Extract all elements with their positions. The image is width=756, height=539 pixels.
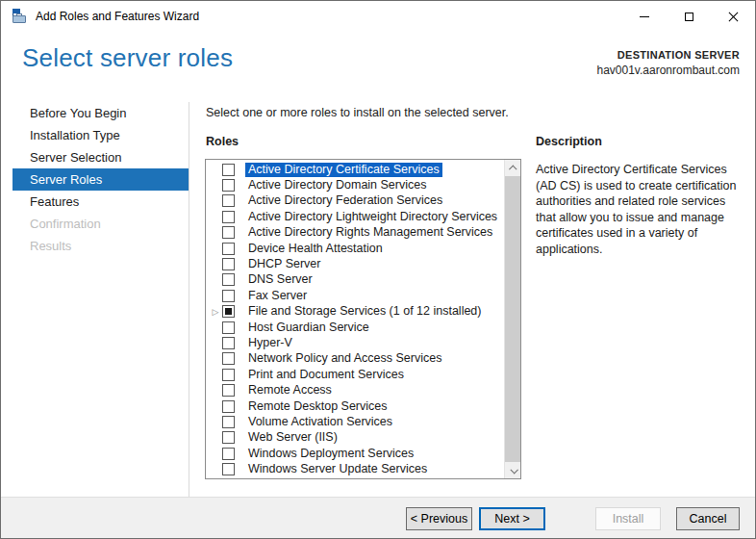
role-label[interactable]: Network Policy and Access Services — [245, 351, 444, 366]
role-row[interactable]: ▷Windows Deployment Services — [206, 446, 504, 461]
role-row[interactable]: ▷Active Directory Certificate Services — [206, 162, 504, 177]
role-label[interactable]: DHCP Server — [245, 257, 323, 271]
chevron-up-icon — [509, 165, 517, 172]
role-label[interactable]: Device Health Attestation — [245, 242, 386, 256]
role-label[interactable]: Active Directory Lightweight Directory S… — [245, 210, 500, 224]
previous-button[interactable]: < Previous — [406, 507, 472, 530]
role-checkbox[interactable] — [222, 400, 235, 413]
destination-server-label: DESTINATION SERVER — [596, 49, 740, 61]
role-row[interactable]: ▷DHCP Server — [206, 256, 504, 271]
role-row[interactable]: ▷Active Directory Federation Services — [206, 193, 504, 209]
role-row[interactable]: ▷Active Directory Domain Services — [206, 177, 504, 192]
roles-listbox[interactable]: ▷Active Directory Certificate Services▷A… — [205, 159, 521, 479]
role-label[interactable]: Windows Deployment Services — [245, 447, 416, 461]
role-label[interactable]: Active Directory Certificate Services — [245, 163, 442, 177]
minimize-icon — [640, 16, 649, 17]
expand-arrow-icon[interactable]: ▷ — [211, 307, 220, 317]
sidebar-item-confirmation: Confirmation — [1, 213, 189, 235]
role-row[interactable]: ▷Active Directory Lightweight Directory … — [206, 209, 504, 224]
role-label[interactable]: Print and Document Services — [245, 368, 407, 382]
role-checkbox[interactable] — [222, 273, 235, 286]
role-row[interactable]: ▷Host Guardian Service — [206, 320, 504, 335]
description-title: Description — [536, 135, 602, 148]
footer-bar: < Previous Next > Install Cancel — [1, 497, 755, 538]
role-row[interactable]: ▷Windows Server Update Services — [206, 461, 504, 476]
role-label[interactable]: Volume Activation Services — [245, 415, 395, 429]
role-checkbox[interactable] — [222, 352, 235, 365]
page-title: Select server roles — [22, 43, 233, 73]
description-text: Active Directory Certificate Services (A… — [536, 162, 743, 257]
minimize-button[interactable] — [622, 1, 667, 32]
wizard-steps-sidebar: Before You BeginInstallation TypeServer … — [1, 102, 189, 497]
role-checkbox[interactable] — [222, 431, 235, 444]
sidebar-item-server-selection[interactable]: Server Selection — [1, 146, 189, 168]
close-icon — [728, 12, 739, 22]
role-checkbox[interactable] — [222, 305, 235, 318]
role-label[interactable]: Active Directory Rights Management Servi… — [245, 225, 495, 240]
scrollbar-thumb[interactable] — [505, 176, 521, 462]
role-label[interactable]: Remote Access — [245, 383, 335, 398]
window-controls — [622, 1, 755, 32]
role-label[interactable]: DNS Server — [245, 272, 315, 287]
role-label[interactable]: Active Directory Domain Services — [245, 178, 429, 192]
role-row[interactable]: ▷Network Policy and Access Services — [206, 351, 504, 367]
role-checkbox[interactable] — [222, 164, 235, 176]
role-checkbox[interactable] — [222, 290, 235, 302]
role-label[interactable]: Fax Server — [245, 289, 310, 303]
role-row[interactable]: ▷File and Storage Services (1 of 12 inst… — [206, 304, 504, 320]
role-row[interactable]: ▷Print and Document Services — [206, 367, 504, 382]
install-button: Install — [595, 507, 661, 530]
window-title: Add Roles and Features Wizard — [36, 10, 199, 23]
role-checkbox[interactable] — [222, 179, 235, 192]
role-row[interactable]: ▷Remote Access — [206, 382, 504, 398]
role-label[interactable]: Host Guardian Service — [245, 321, 372, 335]
add-roles-wizard-icon — [12, 9, 27, 24]
destination-server-name: hav001v.aaronrombaut.com — [596, 64, 740, 77]
sidebar-item-server-roles[interactable]: Server Roles — [13, 168, 189, 191]
wizard-window: Add Roles and Features Wizard Select ser… — [0, 0, 756, 539]
role-checkbox[interactable] — [222, 243, 235, 255]
role-checkbox[interactable] — [222, 194, 235, 207]
role-checkbox[interactable] — [222, 416, 235, 428]
sidebar-item-results: Results — [1, 235, 189, 257]
chevron-down-icon — [510, 466, 517, 474]
cancel-button[interactable]: Cancel — [676, 507, 740, 530]
role-checkbox[interactable] — [222, 463, 235, 475]
role-row[interactable]: ▷Remote Desktop Services — [206, 398, 504, 414]
role-label[interactable]: Remote Desktop Services — [245, 399, 391, 414]
role-checkbox[interactable] — [222, 226, 235, 239]
roles-list-label: Roles — [206, 135, 239, 148]
role-checkbox[interactable] — [222, 258, 235, 270]
roles-scrollbar[interactable] — [504, 160, 520, 478]
maximize-icon — [685, 13, 693, 21]
role-label[interactable]: Windows Server Update Services — [245, 462, 430, 476]
title-bar: Add Roles and Features Wizard — [1, 1, 755, 32]
next-button[interactable]: Next > — [479, 507, 545, 530]
role-row[interactable]: ▷Active Directory Rights Management Serv… — [206, 225, 504, 241]
role-row[interactable]: ▷DNS Server — [206, 272, 504, 288]
sidebar-item-before-you-begin[interactable]: Before You Begin — [1, 102, 189, 124]
role-label[interactable]: Active Directory Federation Services — [245, 193, 445, 208]
role-label[interactable]: Web Server (IIS) — [245, 430, 340, 445]
role-checkbox[interactable] — [222, 321, 235, 334]
role-checkbox[interactable] — [222, 448, 235, 460]
scroll-down-button[interactable] — [505, 462, 521, 478]
role-row[interactable]: ▷Volume Activation Services — [206, 414, 504, 429]
role-checkbox[interactable] — [222, 369, 235, 381]
scroll-up-button[interactable] — [505, 160, 521, 176]
destination-server-block: DESTINATION SERVER hav001v.aaronrombaut.… — [596, 49, 740, 77]
role-label[interactable]: Hyper-V — [245, 336, 295, 350]
role-label[interactable]: File and Storage Services (1 of 12 insta… — [245, 304, 485, 319]
role-row[interactable]: ▷Fax Server — [206, 288, 504, 303]
role-checkbox[interactable] — [222, 384, 235, 397]
sidebar-item-features[interactable]: Features — [1, 191, 189, 213]
maximize-button[interactable] — [667, 1, 711, 32]
sidebar-item-installation-type[interactable]: Installation Type — [1, 124, 189, 146]
role-row[interactable]: ▷Hyper-V — [206, 335, 504, 350]
role-row[interactable]: ▷Device Health Attestation — [206, 241, 504, 256]
role-checkbox[interactable] — [222, 211, 235, 223]
roles-instruction-text: Select one or more roles to install on t… — [206, 106, 509, 119]
close-button[interactable] — [711, 1, 755, 32]
role-row[interactable]: ▷Web Server (IIS) — [206, 430, 504, 446]
role-checkbox[interactable] — [222, 337, 235, 349]
